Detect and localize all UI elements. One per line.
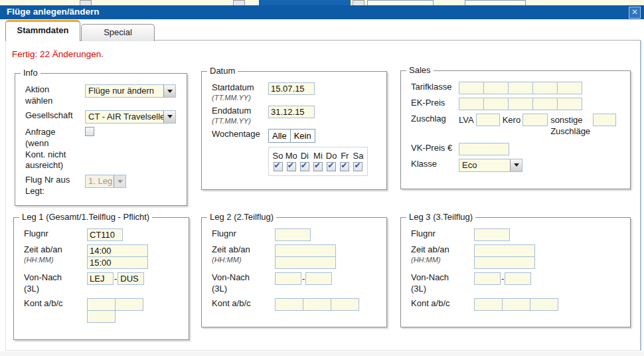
leg3-nach-input[interactable] xyxy=(505,272,531,285)
ek-preis-inputs xyxy=(459,98,582,110)
ek-preis-input-4[interactable] xyxy=(532,98,558,110)
leg1-kont-b-input[interactable] xyxy=(115,298,143,311)
tab-stammdaten[interactable]: Stammdaten xyxy=(5,20,80,41)
anfrage-checkbox[interactable] xyxy=(85,127,94,136)
weekday-box: So Mo Di Mi Do Fr Sa xyxy=(268,147,368,176)
ek-preis-input-3[interactable] xyxy=(508,98,533,110)
chevron-down-icon xyxy=(163,85,175,97)
weekday-checkbox-di[interactable] xyxy=(300,162,309,171)
leg2-legend: Leg 2 (2.Teilflug) xyxy=(207,212,276,222)
leg1-kont-c-input[interactable] xyxy=(87,310,116,323)
leg2-nach-input[interactable] xyxy=(305,272,332,285)
leg3-flugnr-input[interactable] xyxy=(474,228,510,241)
leg2-flugnr-label: Flugnr xyxy=(212,228,275,240)
leg2-kont-a-input[interactable] xyxy=(275,298,303,311)
enddatum-label: Enddatum(TT.MM.YY) xyxy=(212,106,268,126)
enddatum-input[interactable] xyxy=(268,106,315,118)
tarifklasse-input-3[interactable] xyxy=(508,82,533,94)
weekday-label-mo: Mo xyxy=(285,151,297,161)
weekday-label-do: Do xyxy=(326,151,337,161)
chevron-down-icon xyxy=(163,111,175,123)
leg3-zeit-ab-input[interactable] xyxy=(474,244,535,257)
close-icon[interactable]: ✕ xyxy=(629,7,641,19)
sonstige-label: sonstige Zuschläge xyxy=(548,114,593,137)
leg1-zeit-inputs xyxy=(87,244,148,269)
leg2-kont-label: Kont a/b/c xyxy=(212,298,275,310)
leg3-flugnr-label: Flugnr xyxy=(411,228,474,240)
leg3-vonnach-label: Von-Nach (3L) xyxy=(411,272,474,295)
flugnr-aus-select: 1. Leg xyxy=(85,175,126,188)
tarifklasse-input-5[interactable] xyxy=(557,82,582,94)
weekday-checkbox-mi[interactable] xyxy=(313,162,323,171)
alle-button[interactable]: Alle xyxy=(268,129,291,143)
leg1-von-input[interactable] xyxy=(87,272,114,285)
ek-preis-label: EK-Preis xyxy=(411,98,459,109)
background-selected-input-fragment xyxy=(259,0,351,5)
leg1-kont-label: Kont a/b/c xyxy=(24,298,87,310)
klasse-select[interactable]: Eco xyxy=(459,159,523,172)
leg3-zeit-hint: (HH:MM) xyxy=(411,256,474,264)
weekday-checkbox-mo[interactable] xyxy=(287,162,296,171)
leg1-zeit-ab-input[interactable] xyxy=(87,244,148,257)
aktion-label: Aktion wählen xyxy=(25,84,85,107)
flugnr-aus-label: Flug Nr aus Legt: xyxy=(25,175,85,197)
vk-preis-input[interactable] xyxy=(459,143,509,155)
leg1-zeit-an-input[interactable] xyxy=(87,256,148,269)
leg2-flugnr-input[interactable] xyxy=(275,228,311,241)
leg3-von-input[interactable] xyxy=(474,272,501,285)
kero-label: Kero xyxy=(500,114,523,126)
weekday-label-mi: Mi xyxy=(313,151,323,161)
dialog-title: Flüge anlegen/ändern xyxy=(7,7,100,17)
weekday-checkbox-so[interactable] xyxy=(274,162,283,171)
leg1-kont-a-input[interactable] xyxy=(87,298,116,311)
klasse-value: Eco xyxy=(459,159,510,171)
lva-input[interactable] xyxy=(476,114,500,126)
klasse-label: Klasse xyxy=(411,159,459,170)
leg1-nach-input[interactable] xyxy=(118,272,144,285)
vk-preis-label: VK-Preis € xyxy=(411,143,459,154)
tarifklasse-input-2[interactable] xyxy=(483,82,509,94)
leg3-kont-a-input[interactable] xyxy=(474,298,503,311)
leg2-kont-inputs xyxy=(275,298,359,311)
leg1-legend: Leg 1 (Gesamt/1.Teilflug - Pflicht) xyxy=(19,212,152,222)
startdatum-input[interactable] xyxy=(268,82,315,95)
gesellschaft-label: Gesellschaft xyxy=(25,110,85,122)
gesellschaft-select[interactable]: CT - AIR Travelseller xyxy=(85,110,176,124)
sales-legend: Sales xyxy=(406,65,434,75)
leg3-kont-c-input[interactable] xyxy=(530,298,558,311)
leg2-zeit-ab-input[interactable] xyxy=(275,244,336,257)
ek-preis-input-1[interactable] xyxy=(459,98,484,110)
tarifklasse-input-4[interactable] xyxy=(532,82,558,94)
enddatum-hint: (TT.MM.YY) xyxy=(212,117,268,126)
aktion-select[interactable]: Flüge nur ändern xyxy=(85,84,176,98)
tarifklasse-input-1[interactable] xyxy=(459,82,484,94)
leg1-flugnr-input[interactable] xyxy=(87,228,123,241)
leg3-fieldset: Leg 3 (3.Teilflug) Flugnr Zeit ab/an(HH:… xyxy=(400,217,631,327)
flugnr-aus-value: 1. Leg xyxy=(86,175,114,187)
sales-fieldset: Sales Tarifklasse EK-Preis xyxy=(400,70,631,189)
leg2-von-input[interactable] xyxy=(275,272,301,285)
startdatum-label: Startdatum(TT.MM.YY) xyxy=(212,82,268,102)
weekday-checkbox-sa[interactable] xyxy=(353,162,362,171)
sonstige-input[interactable] xyxy=(593,114,616,126)
leg2-kont-b-input[interactable] xyxy=(303,298,331,311)
kero-input[interactable] xyxy=(523,114,548,126)
ek-preis-input-2[interactable] xyxy=(483,98,509,110)
leg2-zeit-an-input[interactable] xyxy=(275,256,336,269)
aktion-value: Flüge nur ändern xyxy=(86,85,163,97)
leg2-vonnach-label: Von-Nach (3L) xyxy=(212,272,275,295)
weekday-checkbox-do[interactable] xyxy=(327,162,336,171)
leg3-kont-b-input[interactable] xyxy=(502,298,530,311)
datum-fieldset: Datum Startdatum(TT.MM.YY) Enddatum(TT.M… xyxy=(201,71,387,190)
weekday-checkbox-fr[interactable] xyxy=(340,162,349,171)
leg3-zeit-an-input[interactable] xyxy=(474,256,535,269)
ek-preis-input-5[interactable] xyxy=(557,98,582,110)
tab-special[interactable]: Special xyxy=(81,24,155,41)
info-fieldset: Info Aktion wählen Flüge nur ändern Gese… xyxy=(15,73,187,206)
leg2-zeit-inputs xyxy=(275,244,336,269)
leg3-zeit-label: Zeit ab/an(HH:MM) xyxy=(411,244,474,264)
leg1-zeit-label: Zeit ab/an(HH:MM) xyxy=(24,244,87,264)
weekday-label-so: So xyxy=(273,151,283,161)
leg2-kont-c-input[interactable] xyxy=(331,298,359,311)
kein-button[interactable]: Kein xyxy=(290,129,315,143)
